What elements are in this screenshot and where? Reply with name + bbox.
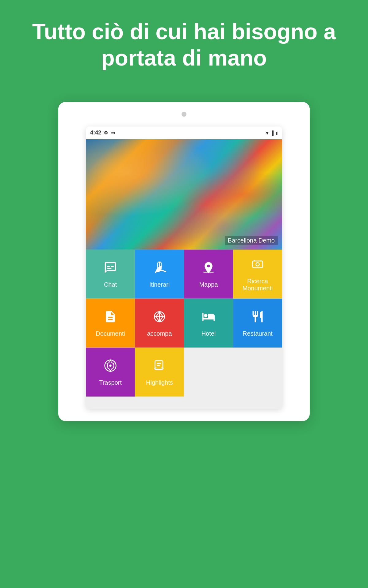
wifi-icon: ▾: [266, 130, 269, 136]
header: Tutto ciò di cui hai bisogno a portata d…: [0, 0, 368, 84]
sim-icon: ▭: [110, 130, 115, 136]
empty-cell-1: [184, 348, 233, 397]
grid-item-restaurant[interactable]: Restaurant: [233, 299, 282, 348]
svg-rect-5: [253, 261, 263, 268]
svg-rect-2: [107, 268, 112, 269]
empty-cell-2: [233, 348, 282, 397]
grid-item-mappa[interactable]: Mappa: [184, 250, 233, 299]
grid-item-highlights[interactable]: Highlights: [135, 348, 184, 397]
trasport-label: Trasport: [99, 379, 122, 386]
mappa-icon: [202, 261, 215, 277]
tablet-top-bar: [58, 102, 310, 126]
itinerari-icon: [153, 261, 166, 277]
status-icons: ▾ ▐ ▮: [266, 130, 278, 136]
device-wrapper: 4:42 ⚙ ▭ ▾ ▐ ▮ Barcellona Demo: [0, 84, 368, 446]
settings-icon: ⚙: [104, 130, 108, 136]
svg-point-6: [256, 262, 259, 266]
trasport-icon: [104, 359, 117, 375]
grid-item-trasport[interactable]: Trasport: [86, 348, 135, 397]
grid-item-accompa[interactable]: accompa: [135, 299, 184, 348]
grid-row-2: Documenti accompa: [86, 299, 282, 348]
signal-icon: ▐: [270, 130, 274, 135]
tablet-frame: 4:42 ⚙ ▭ ▾ ▐ ▮ Barcellona Demo: [58, 102, 310, 421]
svg-rect-13: [157, 363, 161, 364]
status-bar: 4:42 ⚙ ▭ ▾ ▐ ▮: [86, 126, 282, 139]
svg-rect-0: [107, 266, 110, 267]
itinerari-label: Itinerari: [149, 281, 170, 288]
grid-item-chat[interactable]: Chat: [86, 250, 135, 299]
svg-rect-1: [111, 266, 114, 267]
restaurant-label: Restaurant: [243, 330, 273, 337]
accompa-label: accompa: [147, 330, 172, 337]
grid-item-documenti[interactable]: Documenti: [86, 299, 135, 348]
tablet-camera-icon: [182, 112, 186, 117]
svg-point-11: [109, 365, 111, 367]
status-time: 4:42 ⚙ ▭: [90, 130, 115, 136]
grid-row-1: Chat Itinerari: [86, 250, 282, 299]
hotel-label: Hotel: [201, 330, 216, 337]
accompa-icon: [153, 310, 166, 326]
restaurant-icon: [251, 310, 264, 326]
battery-icon: ▮: [275, 130, 278, 135]
phone-screen: 4:42 ⚙ ▭ ▾ ▐ ▮ Barcellona Demo: [86, 126, 282, 409]
highlights-label: Highlights: [146, 379, 173, 386]
chat-icon: [104, 261, 117, 277]
hotel-icon: [202, 310, 215, 326]
mappa-label: Mappa: [199, 281, 218, 288]
ricerca-icon: [251, 258, 264, 274]
svg-rect-14: [157, 365, 160, 366]
hero-label: Barcellona Demo: [225, 236, 278, 245]
ricerca-label: Ricerca Monumenti: [237, 278, 278, 292]
grid-item-itinerari[interactable]: Itinerari: [135, 250, 184, 299]
grid-item-hotel[interactable]: Hotel: [184, 299, 233, 348]
documenti-icon: [104, 310, 117, 326]
highlights-icon: [153, 359, 166, 375]
documenti-label: Documenti: [96, 330, 125, 337]
chat-label: Chat: [104, 281, 117, 288]
grid-item-ricerca[interactable]: Ricerca Monumenti: [233, 250, 282, 299]
bottom-spacer: [86, 397, 282, 409]
hero-image: Barcellona Demo: [86, 139, 282, 250]
grid-row-3: Trasport Highlights: [86, 348, 282, 397]
header-title: Tutto ciò di cui hai bisogno a portata d…: [12, 18, 356, 71]
